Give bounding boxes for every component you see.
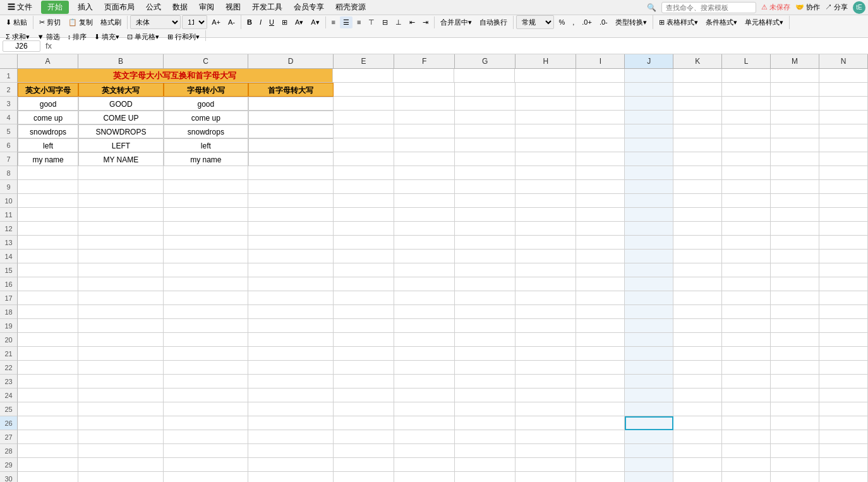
cell-F5[interactable] (394, 124, 455, 138)
cell-B24[interactable] (78, 389, 163, 402)
cell-G24[interactable] (455, 389, 515, 402)
cell-A13[interactable] (18, 236, 78, 250)
cell-L18[interactable] (722, 305, 771, 319)
cell-M25[interactable] (771, 402, 819, 416)
cell-D21[interactable] (248, 347, 333, 361)
menu-file[interactable]: ☰ 文件 (3, 1, 37, 14)
cell-N17[interactable] (819, 291, 868, 305)
cell-M14[interactable] (771, 250, 819, 263)
cell-F13[interactable] (394, 236, 455, 250)
cell-H6[interactable] (515, 138, 576, 152)
cell-B20[interactable] (78, 333, 163, 347)
cell-I1[interactable] (576, 69, 625, 83)
cell-I14[interactable] (576, 250, 625, 263)
indent-decrease-button[interactable]: ⇤ (406, 16, 418, 28)
cut-button[interactable]: ✂ 剪切 (36, 16, 64, 29)
col-header-H[interactable]: H (515, 54, 576, 68)
cell-M3[interactable] (771, 97, 819, 111)
cell-H3[interactable] (515, 97, 576, 111)
cell-N26[interactable] (819, 416, 868, 430)
cell-B3[interactable]: GOOD (78, 97, 163, 111)
cell-J26[interactable] (625, 416, 673, 430)
cell-L21[interactable] (722, 347, 771, 361)
col-header-M[interactable]: M (771, 54, 819, 68)
cell-M16[interactable] (771, 277, 819, 291)
cell-D18[interactable] (248, 305, 333, 319)
cell-D14[interactable] (248, 250, 333, 263)
cell-G16[interactable] (455, 277, 515, 291)
cell-J6[interactable] (625, 138, 673, 152)
cell-I6[interactable] (576, 138, 625, 152)
cell-N3[interactable] (819, 97, 868, 111)
cell-H28[interactable] (515, 444, 576, 458)
cell-H1[interactable] (515, 69, 576, 83)
cell-M7[interactable] (771, 152, 819, 166)
cell-I11[interactable] (576, 208, 625, 222)
cell-G27[interactable] (455, 430, 515, 444)
cell-J17[interactable] (625, 291, 673, 305)
cell-N11[interactable] (819, 208, 868, 222)
cell-H25[interactable] (515, 402, 576, 416)
cell-G15[interactable] (455, 263, 515, 277)
cell-A18[interactable] (18, 305, 78, 319)
cell-F15[interactable] (394, 263, 455, 277)
cell-E24[interactable] (334, 389, 394, 402)
cell-M8[interactable] (771, 166, 819, 180)
cell-N29[interactable] (819, 458, 868, 472)
cell-F29[interactable] (394, 458, 455, 472)
cell-L13[interactable] (722, 236, 771, 250)
cell-C22[interactable] (164, 361, 248, 375)
cell-G5[interactable] (455, 124, 515, 138)
cell-M9[interactable] (771, 180, 819, 194)
cell-N18[interactable] (819, 305, 868, 319)
font-size-select[interactable]: 11 (182, 15, 207, 29)
cell-E15[interactable] (334, 263, 394, 277)
cell-C9[interactable] (164, 180, 248, 194)
cell-G28[interactable] (455, 444, 515, 458)
cell-C3[interactable]: good (164, 97, 248, 111)
cell-A23[interactable] (18, 375, 78, 389)
cell-C16[interactable] (164, 277, 248, 291)
cell-A10[interactable] (18, 194, 78, 208)
indent-increase-button[interactable]: ⇥ (419, 16, 431, 28)
cell-F30[interactable] (394, 472, 455, 482)
cell-I2[interactable] (576, 83, 625, 97)
cell-H9[interactable] (515, 180, 576, 194)
cell-K9[interactable] (673, 180, 722, 194)
cell-F3[interactable] (394, 97, 455, 111)
cell-I25[interactable] (576, 402, 625, 416)
cell-C15[interactable] (164, 263, 248, 277)
cell-D19[interactable] (248, 319, 333, 333)
cell-B6[interactable]: LEFT (78, 138, 163, 152)
cell-I29[interactable] (576, 458, 625, 472)
cell-B17[interactable] (78, 291, 163, 305)
cell-N5[interactable] (819, 124, 868, 138)
cell-D12[interactable] (248, 222, 333, 236)
col-header-C[interactable]: C (164, 54, 249, 68)
cell-J27[interactable] (625, 430, 673, 444)
decrease-decimal-button[interactable]: .0- (596, 16, 611, 28)
cell-D30[interactable] (248, 472, 333, 482)
cell-D4[interactable] (248, 111, 333, 124)
increase-decimal-button[interactable]: .0+ (579, 16, 595, 28)
menu-layout[interactable]: 页面布局 (99, 1, 140, 14)
percent-button[interactable]: % (555, 16, 568, 28)
cell-L24[interactable] (722, 389, 771, 402)
col-header-J[interactable]: J (625, 54, 673, 68)
menu-data[interactable]: 数据 (167, 1, 193, 14)
cell-C12[interactable] (164, 222, 248, 236)
cell-M2[interactable] (771, 83, 819, 97)
cell-K8[interactable] (673, 166, 722, 180)
cell-H29[interactable] (515, 458, 576, 472)
collab-button[interactable]: 🤝 协作 (795, 3, 820, 12)
cell-L30[interactable] (722, 472, 771, 482)
cell-D8[interactable] (248, 166, 333, 180)
kaishi-button[interactable]: 开始 (41, 1, 69, 14)
cell-A5[interactable]: snowdrops (18, 124, 78, 138)
cell-N20[interactable] (819, 333, 868, 347)
cell-K6[interactable] (673, 138, 722, 152)
cell-A26[interactable] (18, 416, 78, 430)
cell-B12[interactable] (78, 222, 163, 236)
cell-J22[interactable] (625, 361, 673, 375)
cell-E23[interactable] (334, 375, 394, 389)
